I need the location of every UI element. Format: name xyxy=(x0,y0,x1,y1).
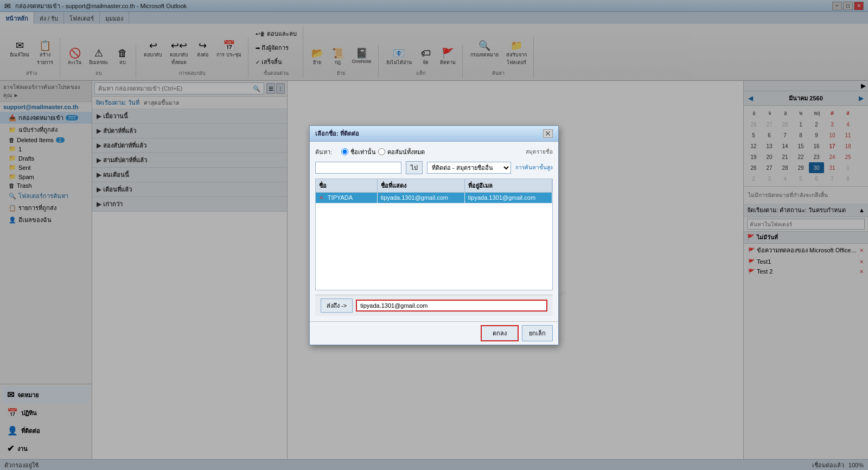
dialog-footer: ตกลง ยกเล็ก xyxy=(310,321,558,345)
contact-table: ชื่อ ชื่อที่แสดง ที่อยู่อีเมล ✕ TIPYADA … xyxy=(315,179,553,290)
radio-name-label: ชื่อเท่านั้น xyxy=(341,147,376,157)
col-header-display: ชื่อที่แสดง xyxy=(378,179,465,192)
contact-icon-0: ✕ xyxy=(319,194,324,201)
address-book-label: สมุดรายชื่อ xyxy=(526,148,553,156)
search-label: ค้นหา: xyxy=(315,147,337,157)
radio-name-only[interactable] xyxy=(341,148,348,155)
dialog-title-bar: เลือกชื่อ: ที่ติดต่อ ✕ xyxy=(310,126,558,142)
contact-email-0: tipyada.1301@gmail.com xyxy=(465,193,552,203)
advanced-search-link[interactable]: การค้นหาขั้นสูง xyxy=(515,163,553,172)
dialog-bottom: ส่งถึง -> xyxy=(315,295,553,316)
table-header: ชื่อ ชื่อที่แสดง ที่อยู่อีเมล xyxy=(315,179,553,193)
send-to-field[interactable] xyxy=(356,300,547,312)
dialog-close-btn[interactable]: ✕ xyxy=(543,129,553,138)
dialog-overlay[interactable]: เลือกชื่อ: ที่ติดต่อ ✕ ค้นหา: ชื่อเท่านั… xyxy=(0,0,868,470)
radio-all-columns[interactable] xyxy=(378,148,385,155)
address-book-select[interactable]: ที่ติดต่อ - สมุดรายชื่ออื่น xyxy=(427,162,511,174)
search-row: ค้นหา: ชื่อเท่านั้น คอลัมน์ทั้งหมด สมุดร… xyxy=(315,147,553,157)
search-input-row: ไป ที่ติดต่อ - สมุดรายชื่ออื่น การค้นหาข… xyxy=(315,161,553,174)
send-to-btn[interactable]: ส่งถึง -> xyxy=(321,298,353,313)
dialog-title: เลือกชื่อ: ที่ติดต่อ xyxy=(315,129,359,138)
contact-display-0: tipyada.1301@gmail.com xyxy=(378,193,465,203)
col-header-email: ที่อยู่อีเมล xyxy=(465,179,552,192)
table-body: ✕ TIPYADA tipyada.1301@gmail.com tipyada… xyxy=(315,193,553,290)
ok-btn[interactable]: ตกลง xyxy=(481,325,519,341)
cancel-btn[interactable]: ยกเล็ก xyxy=(522,325,553,341)
contact-name-0: ✕ TIPYADA xyxy=(316,193,378,203)
col-header-name: ชื่อ xyxy=(316,179,378,192)
search-contact-input[interactable] xyxy=(315,162,401,174)
dialog-body: ค้นหา: ชื่อเท่านั้น คอลัมน์ทั้งหมด สมุดร… xyxy=(310,142,558,321)
select-contact-dialog: เลือกชื่อ: ที่ติดต่อ ✕ ค้นหา: ชื่อเท่านั… xyxy=(309,125,559,345)
radio-all-label: คอลัมน์ทั้งหมด xyxy=(378,147,425,157)
table-row[interactable]: ✕ TIPYADA tipyada.1301@gmail.com tipyada… xyxy=(316,193,552,204)
search-go-btn[interactable]: ไป xyxy=(406,161,423,174)
